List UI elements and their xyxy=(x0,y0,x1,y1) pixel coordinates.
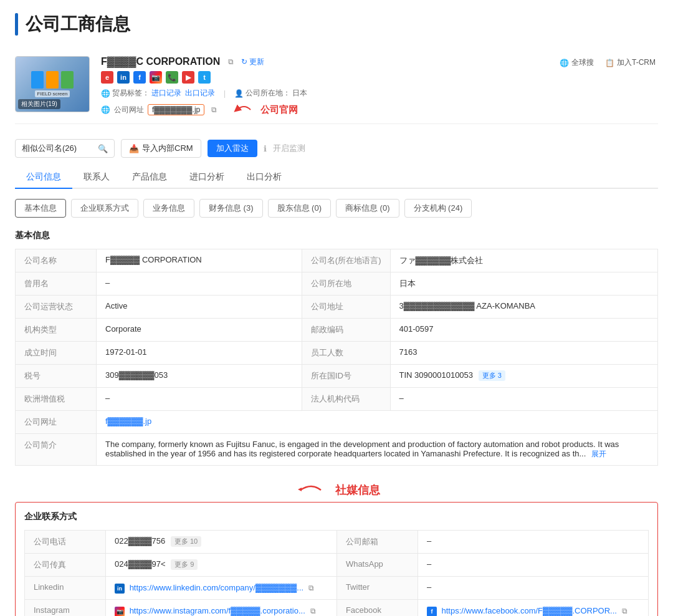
similar-company-input[interactable]: 相似公司名(26) 🔍 xyxy=(15,139,115,158)
social-annotation-row: 社媒信息 xyxy=(15,481,658,499)
table-row: 成立时间 1972-01-01 员工人数 7163 xyxy=(16,342,658,365)
label-cell: 欧洲增值税 xyxy=(16,388,97,411)
value-cell: 日本 xyxy=(390,272,657,296)
subtab-shareholder-info[interactable]: 股东信息 (0) xyxy=(268,199,332,218)
social-icons-row: e in f 📷 📞 ▶ t xyxy=(101,71,557,84)
table-row: 公司运营状态 Active 公司地址 3▓▓▓▓▓▓▓▓▓▓▓▓ AZA-KOM… xyxy=(16,296,658,319)
website-annotation-label: 公司官网 xyxy=(260,104,298,116)
value-cell: 1972-01-01 xyxy=(97,342,302,365)
monitor-button[interactable]: 开启监测 xyxy=(273,143,305,154)
label-cell: 公司电话 xyxy=(25,531,106,554)
header-right: 🌐 全球搜 📋 加入T-CRM xyxy=(557,56,658,69)
import-record-link[interactable]: 进口记录 xyxy=(151,88,181,99)
copy-icon[interactable]: ⧉ xyxy=(225,56,236,67)
company-header: FIELD screen 相关图片(19) F▓▓▓▓C CORPORATION… xyxy=(15,47,658,124)
subtab-trademark-info[interactable]: 商标信息 (0) xyxy=(336,199,399,218)
copy-link-icon[interactable]: ⧉ xyxy=(619,605,631,616)
twitter-social-icon[interactable]: t xyxy=(198,71,211,84)
value-cell: 7163 xyxy=(390,342,657,365)
label-cell: 员工人数 xyxy=(302,342,390,365)
copy-link-icon[interactable]: ⧉ xyxy=(306,582,317,594)
company-name: F▓▓▓▓C CORPORATION xyxy=(101,56,220,67)
website-row: 🌐 公司网址 f▓▓▓▓▓▓▓.jp ⧉ 公司官网 xyxy=(101,102,557,117)
facebook-social-icon[interactable]: f xyxy=(133,71,146,84)
join-radar-button[interactable]: 加入雷达 xyxy=(208,140,257,157)
location-icon: 👤 xyxy=(234,89,244,98)
contact-info-table: 公司电话 022▓▓▓▓756 更多 10 公司邮箱 – 公司传真 024▓▓▓… xyxy=(24,530,649,616)
social-annotation-label: 社媒信息 xyxy=(335,483,380,498)
value-cell: F▓▓▓▓▓ CORPORATION xyxy=(97,249,302,272)
tab-export-analysis[interactable]: 出口分析 xyxy=(236,166,293,189)
tab-import-analysis[interactable]: 进口分析 xyxy=(178,166,236,189)
annotation-arrow-icon xyxy=(293,481,330,499)
subtab-contact-info[interactable]: 企业联系方式 xyxy=(71,199,138,218)
join-tcrm-button[interactable]: 📋 加入T-CRM xyxy=(603,56,658,69)
linkedin-social-icon[interactable]: in xyxy=(117,71,130,84)
copy-website-icon[interactable]: ⧉ xyxy=(208,104,219,115)
value-cell: – xyxy=(418,577,648,600)
value-cell: 401-0597 xyxy=(390,319,657,342)
value-cell: – xyxy=(418,531,648,554)
crm-icon: 📋 xyxy=(605,59,614,67)
export-record-link[interactable]: 出口记录 xyxy=(185,88,215,99)
value-cell: 022▓▓▓▓756 更多 10 xyxy=(106,531,337,554)
tab-contacts[interactable]: 联系人 xyxy=(72,166,121,189)
tab-company-info[interactable]: 公司信息 xyxy=(15,166,72,189)
info-icon: ℹ xyxy=(264,144,267,153)
arrow-icon xyxy=(232,102,257,117)
instagram-icon: 📷 xyxy=(115,607,125,616)
label-cell: 公司运营状态 xyxy=(16,296,97,319)
tab-products[interactable]: 产品信息 xyxy=(121,166,178,189)
label-cell: 所在国ID号 xyxy=(302,365,390,388)
basic-info-table: 公司名称 F▓▓▓▓▓ CORPORATION 公司名(所在地语言) ファ▓▓▓… xyxy=(15,249,658,466)
instagram-social-icon[interactable]: 📷 xyxy=(150,71,162,84)
contact-section-title: 企业联系方式 xyxy=(24,511,649,522)
table-row: Instagram 📷 https://www.instagram.com/f▓… xyxy=(25,600,649,617)
label-cell: 成立时间 xyxy=(16,342,97,365)
subtab-financial-info[interactable]: 财务信息 (3) xyxy=(199,199,263,218)
label-cell: 机构类型 xyxy=(16,319,97,342)
table-row: 公司简介 The company, formerly known as Fuji… xyxy=(16,434,658,466)
value-cell: Active xyxy=(97,296,302,319)
value-cell: f▓▓▓▓▓▓.jp xyxy=(97,411,658,434)
label-cell: 公司所在地 xyxy=(302,272,390,296)
value-cell: Corporate xyxy=(97,319,302,342)
facebook-link[interactable]: https://www.facebook.com/F▓▓▓▓▓.CORPOR..… xyxy=(442,606,617,615)
global-search-button[interactable]: 🌐 全球搜 xyxy=(557,56,596,69)
expand-link[interactable]: 展开 xyxy=(591,450,606,458)
website-link[interactable]: f▓▓▓▓▓▓.jp xyxy=(105,416,151,426)
table-row: 公司电话 022▓▓▓▓756 更多 10 公司邮箱 – xyxy=(25,531,649,554)
more-badge[interactable]: 更多 10 xyxy=(171,536,201,547)
label-cell: Twitter xyxy=(336,577,418,600)
subtab-business-info[interactable]: 业务信息 xyxy=(143,199,194,218)
value-cell: 309▓▓▓▓▓▓053 xyxy=(97,365,302,388)
value-cell: TIN 3090001010053 更多 3 xyxy=(390,365,657,388)
subtab-basic-info[interactable]: 基本信息 xyxy=(15,199,66,218)
youtube-social-icon[interactable]: ▶ xyxy=(182,71,194,84)
more-badge[interactable]: 更多 3 xyxy=(479,370,505,381)
value-cell: – xyxy=(97,388,302,411)
subtab-branches-info[interactable]: 分支机构 (24) xyxy=(404,199,472,218)
import-crm-button[interactable]: 📥 导入内部CRM xyxy=(121,139,201,158)
more-badge[interactable]: 更多 9 xyxy=(171,559,198,570)
email-social-icon[interactable]: e xyxy=(101,71,113,84)
label-cell: Linkedin xyxy=(25,577,106,600)
instagram-link[interactable]: https://www.instagram.com/f▓▓▓▓▓.corpora… xyxy=(130,606,305,615)
globe-icon-2: 🌐 xyxy=(101,105,110,114)
value-cell: The company, formerly known as Fujitsu F… xyxy=(97,434,658,466)
contact-section: 企业联系方式 公司电话 022▓▓▓▓756 更多 10 公司邮箱 – 公司传真… xyxy=(15,502,658,616)
tags-row: 🌐 贸易标签： 进口记录 出口记录 | 👤 公司所在地： 日本 xyxy=(101,88,557,99)
label-cell: Instagram xyxy=(25,600,106,617)
logo-photo-count[interactable]: 相关图片(19) xyxy=(18,99,60,109)
label-cell: Facebook xyxy=(336,600,418,617)
copy-link-icon[interactable]: ⧉ xyxy=(307,605,318,616)
table-row: 欧洲增值税 – 法人机构代码 – xyxy=(16,388,658,411)
import-icon: 📥 xyxy=(129,144,139,153)
sub-tabs: 基本信息 企业联系方式 业务信息 财务信息 (3) 股东信息 (0) 商标信息 … xyxy=(15,199,658,218)
linkedin-link[interactable]: https://www.linkedin.com/company/▓▓▓▓▓▓▓… xyxy=(130,583,303,592)
table-row: 曾用名 – 公司所在地 日本 xyxy=(16,272,658,296)
refresh-button[interactable]: ↻ 更新 xyxy=(241,57,264,67)
label-cell: 税号 xyxy=(16,365,97,388)
website-box[interactable]: f▓▓▓▓▓▓▓.jp xyxy=(148,104,204,115)
phone-social-icon[interactable]: 📞 xyxy=(166,71,178,84)
